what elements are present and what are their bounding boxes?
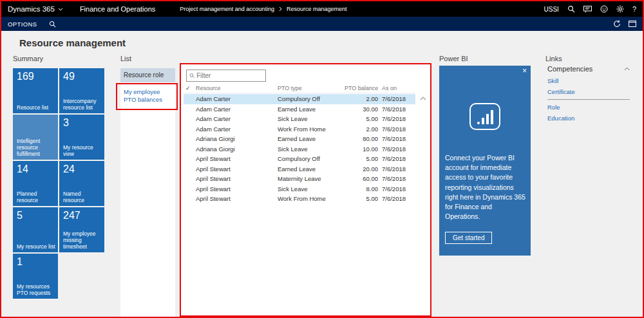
links-divider (547, 99, 630, 100)
links-group-header[interactable]: Competencies (547, 65, 630, 73)
cell-resource: Adam Carter (196, 95, 278, 102)
actionbar-right-group (613, 20, 636, 28)
table-row[interactable]: Adam Carter Sick Leave 5.00 7/6/2018 (184, 114, 415, 124)
cell-resource: Adam Carter (196, 106, 278, 113)
cell-pto-balance: 2.00 (345, 95, 378, 102)
summary-tile[interactable]: 3 My resource view (59, 115, 104, 160)
logo-bar (482, 118, 484, 124)
summary-tile[interactable]: 24 Named resource (59, 161, 104, 206)
scroll-up-icon[interactable] (420, 97, 426, 100)
table-row[interactable]: April Stewart Work From Home 5.00 7/6/20… (184, 194, 415, 204)
cell-as-on: 7/6/2018 (378, 106, 415, 113)
feedback-icon[interactable] (583, 6, 592, 13)
cell-pto-type: Work From Home (278, 126, 345, 133)
summary-tile[interactable]: 49 Intercompany resource list (59, 68, 104, 113)
cell-pto-type: Sick Leave (278, 145, 345, 153)
cell-pto-type: Sick Leave (278, 115, 345, 122)
tile-label: Planned resource (17, 191, 56, 203)
refresh-icon[interactable] (613, 20, 621, 28)
summary-tile[interactable]: Intelligent resource fulfillment (13, 115, 58, 160)
column-header-resource[interactable]: Resource (196, 85, 278, 91)
link-item[interactable]: Certificate (547, 88, 630, 95)
summary-tile[interactable]: 14 Planned resource (13, 161, 58, 206)
table-row[interactable]: Adam Carter Earned Leave 30.00 7/6/2018 (184, 104, 415, 115)
table-row[interactable]: April Stewart Sick Leave 8.00 7/6/2018 (184, 184, 415, 194)
options-tab[interactable]: OPTIONS (8, 21, 37, 28)
tile-count: 14 (17, 164, 54, 175)
link-item[interactable]: Role (547, 104, 630, 111)
tile-count: 3 (63, 117, 100, 129)
tile-label: My employee missing timesheet (63, 230, 102, 250)
summary-tile[interactable]: 169 Resource list (13, 68, 58, 113)
table-row[interactable]: April Stewart Earned Leave 20.00 7/6/201… (184, 164, 415, 174)
select-all-checkmark[interactable]: ✓ (184, 85, 196, 91)
topbar-right-group: USSI ? (544, 5, 636, 13)
filter-input[interactable] (196, 72, 263, 79)
brand-label: Dynamics 365 (8, 5, 55, 13)
breadcrumb-page[interactable]: Resource management (287, 6, 347, 12)
list-item-my-employee-pto-balances[interactable]: My employee PTO balances (120, 82, 175, 110)
table-row[interactable]: Adriana Giorgi Sick Leave 10.00 7/6/2018 (184, 144, 415, 154)
tile-count: 1 (17, 256, 54, 268)
cell-as-on: 7/6/2018 (378, 155, 415, 162)
tile-count: 49 (63, 71, 100, 82)
cell-resource: April Stewart (196, 165, 278, 173)
search-icon[interactable] (567, 5, 575, 13)
close-icon[interactable]: × (522, 67, 527, 75)
breadcrumb: Project management and accounting Resour… (180, 6, 346, 12)
table-row[interactable]: Adam Carter Work From Home 2.00 7/6/2018 (184, 124, 415, 135)
summary-tile[interactable]: 247 My employee missing timesheet (59, 207, 104, 252)
cell-pto-type: Maternity Leave (278, 175, 345, 182)
cell-pto-balance: 2.00 (345, 126, 378, 133)
cell-pto-balance: 8.00 (345, 185, 378, 192)
cell-as-on: 7/6/2018 (378, 95, 415, 102)
action-pane: OPTIONS (1, 17, 643, 31)
column-header-as-on[interactable]: As on (378, 85, 415, 91)
cell-pto-type: Earned Leave (278, 106, 345, 113)
help-button[interactable]: ? (632, 5, 636, 13)
get-started-button[interactable]: Get started (445, 232, 492, 244)
summary-tile[interactable]: 5 My resource list (13, 207, 58, 252)
cell-resource: April Stewart (196, 155, 278, 162)
tile-label: My resource view (63, 144, 102, 157)
links-panel: Competencies SkillCertificate RoleEducat… (547, 65, 630, 126)
cell-as-on: 7/6/2018 (378, 165, 415, 173)
gear-icon[interactable] (616, 5, 624, 13)
cell-pto-balance: 80.00 (345, 135, 378, 142)
cell-pto-type: Compulsory Off (278, 95, 345, 102)
cell-pto-balance: 5.00 (345, 115, 378, 122)
cell-pto-balance: 5.00 (345, 195, 378, 202)
cell-as-on: 7/6/2018 (378, 145, 415, 153)
tile-label: Named resource (63, 191, 102, 203)
table-row[interactable]: April Stewart Compulsory Off 5.00 7/6/20… (184, 154, 415, 164)
tile-label: Resource list (17, 104, 56, 111)
tile-label: My resources PTO requests (17, 283, 56, 296)
smiley-icon[interactable] (600, 5, 608, 13)
link-item[interactable]: Education (547, 115, 630, 122)
cell-pto-balance: 5.00 (345, 155, 378, 162)
app-name[interactable]: Finance and Operations (80, 5, 155, 13)
column-header-pto-type[interactable]: PTO type (278, 85, 345, 91)
cell-resource: Adriana Giorgi (196, 135, 278, 142)
top-navbar: Dynamics 365 Finance and Operations Proj… (1, 1, 643, 17)
cell-as-on: 7/6/2018 (378, 126, 415, 133)
table-row[interactable]: April Stewart Maternity Leave 60.00 7/6/… (184, 174, 415, 184)
search-icon[interactable] (49, 21, 56, 28)
links-group-label: Competencies (547, 65, 592, 73)
link-item[interactable]: Skill (547, 77, 630, 84)
powerbi-logo-icon (469, 103, 500, 130)
cell-pto-balance: 30.00 (345, 106, 378, 113)
powerbi-message: Connect your Power BI account for immedi… (445, 153, 526, 222)
column-header-pto-balances[interactable]: PTO balances (345, 85, 378, 91)
pto-balances-grid: ✓ Resource PTO type PTO balances As on A… (180, 63, 431, 317)
table-row[interactable]: Adam Carter Compulsory Off 2.00 7/6/2018 (184, 94, 415, 104)
cell-pto-type: Compulsory Off (278, 155, 345, 162)
cell-resource: April Stewart (196, 185, 278, 192)
company-selector[interactable]: USSI (544, 6, 559, 13)
cell-pto-type: Work From Home (278, 195, 345, 202)
dynamics-home-button[interactable]: Dynamics 365 (8, 5, 63, 13)
summary-tile[interactable]: 1 My resources PTO requests (13, 254, 58, 299)
open-in-new-window-icon[interactable] (629, 21, 636, 27)
breadcrumb-module[interactable]: Project management and accounting (180, 6, 274, 12)
table-row[interactable]: Adriana Giorgi Earned Leave 80.00 7/6/20… (184, 134, 415, 144)
